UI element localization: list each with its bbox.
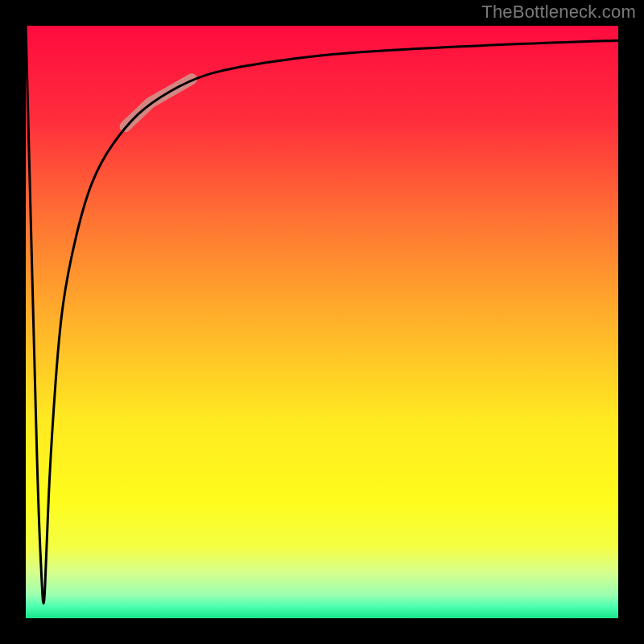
plot-area xyxy=(26,26,618,618)
attribution-label: TheBottleneck.com xyxy=(481,2,636,23)
plot-svg xyxy=(26,26,618,618)
gradient-background xyxy=(26,26,618,618)
chart-frame: TheBottleneck.com xyxy=(0,0,644,644)
